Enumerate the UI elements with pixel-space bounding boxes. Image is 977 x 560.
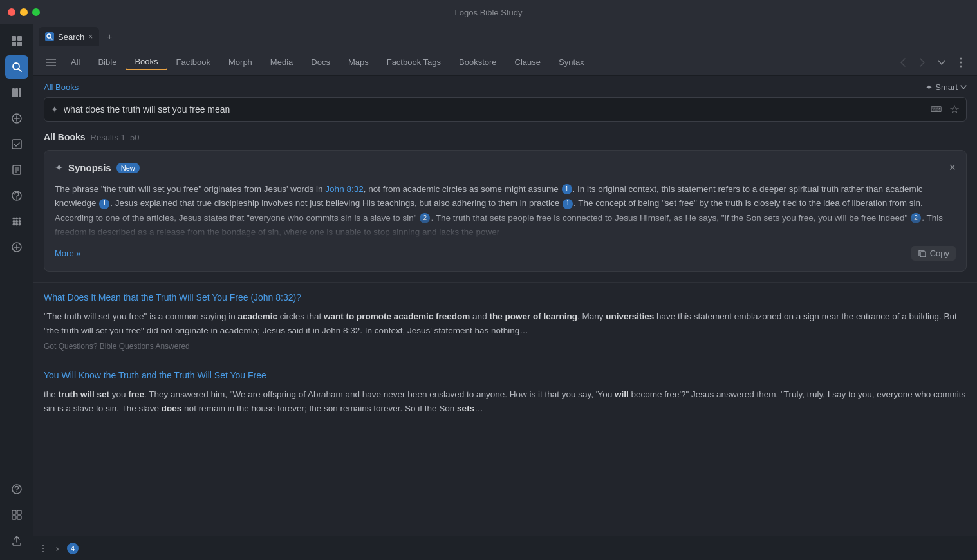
synopsis-close-button[interactable]: × <box>949 161 956 174</box>
svg-rect-1 <box>17 36 22 41</box>
result-1-bold3: the power of learning <box>489 312 577 321</box>
result-1-text-plain: "The truth will set you free" is a commo… <box>44 312 237 321</box>
forward-button[interactable] <box>914 54 931 71</box>
sidebar-item-export[interactable] <box>5 529 28 552</box>
sidebar-item-library[interactable] <box>5 81 28 104</box>
result-1-mid1: circles that <box>277 312 324 321</box>
smart-button[interactable]: ✦ Smart <box>926 82 967 92</box>
result-2-bold2: free <box>128 389 144 399</box>
sidebar-item-notes[interactable] <box>5 158 28 182</box>
svg-point-27 <box>18 223 21 226</box>
tab-syntax[interactable]: Syntax <box>550 55 593 70</box>
synopsis-john-link[interactable]: John 8:32 <box>325 184 363 194</box>
synopsis-text-part2: , not from academic circles as some migh… <box>364 184 559 194</box>
svg-point-20 <box>15 218 18 220</box>
result-source-1: Got Questions? Bible Questions Answered <box>44 342 967 351</box>
result-2-mid1: you <box>109 389 128 399</box>
result-2-end3: not remain in the house forever; the son… <box>181 404 457 413</box>
tab-clause[interactable]: Clause <box>506 55 550 70</box>
copy-button[interactable]: Copy <box>911 246 956 261</box>
sidebar-item-grid-view[interactable] <box>5 503 28 527</box>
back-button[interactable] <box>895 54 911 71</box>
svg-rect-12 <box>12 140 21 149</box>
results-count: Results 1–50 <box>91 133 140 142</box>
svg-point-32 <box>16 491 17 492</box>
tab-bar: Search × + <box>33 24 977 49</box>
navigation-tabs: All Bible Books Factbook Morph Media Doc… <box>62 54 893 70</box>
close-button[interactable] <box>8 8 15 16</box>
svg-point-23 <box>15 220 18 223</box>
tab-morph[interactable]: Morph <box>219 55 261 70</box>
bottom-more-icon[interactable]: ⋮ <box>39 543 48 554</box>
sidebar-item-factbook[interactable] <box>5 184 28 207</box>
tab-bookstore[interactable]: Bookstore <box>450 55 506 70</box>
tab-search[interactable]: Search × <box>39 27 99 46</box>
svg-rect-0 <box>12 36 16 41</box>
svg-rect-8 <box>19 88 21 97</box>
tab-all[interactable]: All <box>62 55 89 70</box>
result-text-1: "The truth will set you free" is a commo… <box>44 310 967 339</box>
new-tab-button[interactable]: + <box>102 29 117 44</box>
smart-label: Smart <box>935 82 958 92</box>
hamburger-menu-button[interactable] <box>41 53 60 72</box>
result-2-end4: … <box>474 404 483 413</box>
smart-star-icon: ✦ <box>926 82 933 92</box>
search-input[interactable] <box>64 104 926 115</box>
synopsis-header: ✦ Synopsis New × <box>55 161 956 174</box>
copy-icon <box>918 249 927 258</box>
svg-rect-45 <box>920 252 926 257</box>
result-title-2[interactable]: You Will Know the Truth and the Truth Wi… <box>44 369 967 382</box>
tab-media[interactable]: Media <box>261 55 302 70</box>
sidebar-item-add[interactable] <box>5 107 28 130</box>
tab-factbook[interactable]: Factbook <box>167 55 219 70</box>
dropdown-button[interactable] <box>933 54 950 71</box>
result-2-bold4: does <box>162 404 182 413</box>
panel-expand-button[interactable]: › <box>50 541 64 555</box>
tab-factbook-tags[interactable]: Factbook Tags <box>378 55 450 70</box>
svg-rect-3 <box>17 42 22 46</box>
maximize-button[interactable] <box>32 8 40 16</box>
search-wand-icon: ✦ <box>51 104 59 115</box>
synopsis-sparkle-icon: ✦ <box>55 162 63 174</box>
all-books-link[interactable]: All Books <box>44 82 79 92</box>
more-link[interactable]: More » <box>55 248 80 258</box>
svg-rect-2 <box>12 42 16 46</box>
tab-bible[interactable]: Bible <box>89 55 126 70</box>
result-2-bold5: sets <box>457 404 474 413</box>
tab-search-icon <box>45 32 54 41</box>
sidebar-item-help[interactable] <box>5 478 28 501</box>
sidebar-item-add-panel[interactable] <box>5 236 28 259</box>
minimize-button[interactable] <box>20 8 28 16</box>
tab-docs[interactable]: Docs <box>302 55 339 70</box>
copy-label: Copy <box>930 248 949 258</box>
panel-badge: 4 <box>67 543 79 554</box>
sidebar <box>0 24 33 560</box>
search-scope-bar: All Books ✦ Smart <box>33 76 977 97</box>
titlebar: Logos Bible Study <box>0 0 977 24</box>
sidebar-item-dashboard[interactable] <box>5 30 28 53</box>
tab-close-button[interactable]: × <box>88 32 93 41</box>
sidebar-item-checklist[interactable] <box>5 133 28 156</box>
tab-maps[interactable]: Maps <box>339 55 378 70</box>
sidebar-item-search[interactable] <box>5 55 28 79</box>
synopsis-new-badge: New <box>116 163 140 173</box>
svg-line-5 <box>19 69 21 71</box>
synopsis-title-row: ✦ Synopsis New <box>55 162 140 174</box>
synopsis-num1: 1 <box>562 184 572 194</box>
panel-more-button[interactable] <box>953 54 969 71</box>
synopsis-num3: 1 <box>563 199 573 209</box>
svg-rect-36 <box>17 516 21 519</box>
main-content: Search × + All Bible Books Factbook Morp… <box>33 24 977 560</box>
svg-point-24 <box>18 220 21 223</box>
toolbar-right <box>895 54 969 71</box>
result-1-mid2: and <box>470 312 489 321</box>
synopsis-fade <box>55 214 956 239</box>
smart-dropdown-icon <box>960 85 967 89</box>
sidebar-item-apps[interactable] <box>5 210 28 233</box>
svg-rect-34 <box>17 510 21 514</box>
svg-point-44 <box>960 65 962 67</box>
search-favorite-button[interactable]: ☆ <box>949 102 960 117</box>
tab-books[interactable]: Books <box>126 54 167 70</box>
search-input-bar: ✦ ⌨ ☆ <box>44 97 967 122</box>
result-title-1[interactable]: What Does It Mean that the Truth Will Se… <box>44 292 967 304</box>
